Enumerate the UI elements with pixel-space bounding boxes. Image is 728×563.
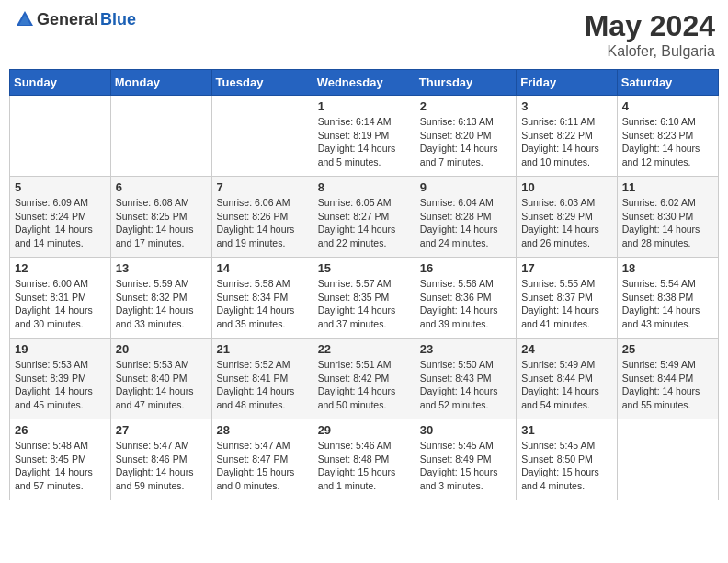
day-info: Sunrise: 6:13 AM Sunset: 8:20 PM Dayligh… bbox=[420, 115, 511, 169]
weekday-header: Sunday bbox=[10, 70, 111, 96]
day-info: Sunrise: 5:49 AM Sunset: 8:44 PM Dayligh… bbox=[521, 358, 612, 412]
calendar-cell: 23Sunrise: 5:50 AM Sunset: 8:43 PM Dayli… bbox=[415, 339, 516, 419]
day-number: 15 bbox=[318, 261, 410, 275]
logo-blue-text: Blue bbox=[100, 10, 136, 29]
calendar-cell bbox=[110, 96, 211, 177]
day-number: 25 bbox=[622, 342, 713, 356]
calendar-cell: 10Sunrise: 6:03 AM Sunset: 8:29 PM Dayli… bbox=[517, 177, 618, 258]
logo: General Blue bbox=[13, 9, 136, 29]
calendar-cell: 7Sunrise: 6:06 AM Sunset: 8:26 PM Daylig… bbox=[211, 177, 313, 258]
day-info: Sunrise: 6:05 AM Sunset: 8:27 PM Dayligh… bbox=[318, 196, 410, 250]
day-info: Sunrise: 5:45 AM Sunset: 8:49 PM Dayligh… bbox=[420, 439, 511, 493]
day-info: Sunrise: 6:00 AM Sunset: 8:31 PM Dayligh… bbox=[15, 277, 106, 331]
day-info: Sunrise: 5:56 AM Sunset: 8:36 PM Dayligh… bbox=[420, 277, 511, 331]
day-info: Sunrise: 6:08 AM Sunset: 8:25 PM Dayligh… bbox=[116, 196, 207, 250]
calendar-cell: 9Sunrise: 6:04 AM Sunset: 8:28 PM Daylig… bbox=[415, 177, 516, 258]
calendar-week-row: 1Sunrise: 6:14 AM Sunset: 8:19 PM Daylig… bbox=[10, 96, 719, 177]
day-info: Sunrise: 5:47 AM Sunset: 8:46 PM Dayligh… bbox=[116, 439, 207, 493]
day-info: Sunrise: 5:52 AM Sunset: 8:41 PM Dayligh… bbox=[217, 358, 308, 412]
calendar-cell: 19Sunrise: 5:53 AM Sunset: 8:39 PM Dayli… bbox=[10, 339, 111, 419]
weekday-header: Friday bbox=[517, 70, 618, 96]
calendar-cell: 24Sunrise: 5:49 AM Sunset: 8:44 PM Dayli… bbox=[517, 339, 618, 419]
calendar-cell: 16Sunrise: 5:56 AM Sunset: 8:36 PM Dayli… bbox=[415, 258, 516, 339]
calendar-cell: 31Sunrise: 5:45 AM Sunset: 8:50 PM Dayli… bbox=[517, 419, 618, 500]
day-info: Sunrise: 5:55 AM Sunset: 8:37 PM Dayligh… bbox=[521, 277, 612, 331]
calendar-cell: 5Sunrise: 6:09 AM Sunset: 8:24 PM Daylig… bbox=[10, 177, 111, 258]
calendar-week-row: 26Sunrise: 5:48 AM Sunset: 8:45 PM Dayli… bbox=[10, 419, 719, 500]
title-area: May 2024 Kalofer, Bulgaria bbox=[585, 9, 715, 60]
weekday-header: Monday bbox=[110, 70, 211, 96]
day-info: Sunrise: 5:50 AM Sunset: 8:43 PM Dayligh… bbox=[420, 358, 511, 412]
day-info: Sunrise: 6:03 AM Sunset: 8:29 PM Dayligh… bbox=[521, 196, 612, 250]
calendar-cell: 6Sunrise: 6:08 AM Sunset: 8:25 PM Daylig… bbox=[110, 177, 211, 258]
day-info: Sunrise: 6:09 AM Sunset: 8:24 PM Dayligh… bbox=[15, 196, 106, 250]
weekday-header: Saturday bbox=[617, 70, 718, 96]
calendar-cell: 30Sunrise: 5:45 AM Sunset: 8:49 PM Dayli… bbox=[415, 419, 516, 500]
day-number: 28 bbox=[217, 423, 308, 437]
calendar-table: SundayMondayTuesdayWednesdayThursdayFrid… bbox=[9, 69, 719, 500]
day-info: Sunrise: 5:57 AM Sunset: 8:35 PM Dayligh… bbox=[318, 277, 410, 331]
day-info: Sunrise: 5:49 AM Sunset: 8:44 PM Dayligh… bbox=[622, 358, 713, 412]
calendar-cell bbox=[10, 96, 111, 177]
day-info: Sunrise: 6:04 AM Sunset: 8:28 PM Dayligh… bbox=[420, 196, 511, 250]
calendar-cell: 14Sunrise: 5:58 AM Sunset: 8:34 PM Dayli… bbox=[211, 258, 313, 339]
day-number: 11 bbox=[622, 180, 713, 194]
calendar-cell: 17Sunrise: 5:55 AM Sunset: 8:37 PM Dayli… bbox=[517, 258, 618, 339]
day-info: Sunrise: 6:02 AM Sunset: 8:30 PM Dayligh… bbox=[622, 196, 713, 250]
calendar-cell: 8Sunrise: 6:05 AM Sunset: 8:27 PM Daylig… bbox=[313, 177, 415, 258]
day-number: 1 bbox=[318, 99, 410, 113]
day-number: 22 bbox=[318, 342, 410, 356]
calendar-cell: 11Sunrise: 6:02 AM Sunset: 8:30 PM Dayli… bbox=[617, 177, 718, 258]
calendar-cell bbox=[617, 419, 718, 500]
day-info: Sunrise: 6:11 AM Sunset: 8:22 PM Dayligh… bbox=[521, 115, 612, 169]
day-info: Sunrise: 5:51 AM Sunset: 8:42 PM Dayligh… bbox=[318, 358, 410, 412]
day-info: Sunrise: 5:53 AM Sunset: 8:39 PM Dayligh… bbox=[15, 358, 106, 412]
weekday-header: Thursday bbox=[415, 70, 516, 96]
day-number: 6 bbox=[116, 180, 207, 194]
day-number: 31 bbox=[521, 423, 612, 437]
day-number: 20 bbox=[116, 342, 207, 356]
calendar-header-row: SundayMondayTuesdayWednesdayThursdayFrid… bbox=[10, 70, 719, 96]
day-number: 2 bbox=[420, 99, 511, 113]
day-info: Sunrise: 5:58 AM Sunset: 8:34 PM Dayligh… bbox=[217, 277, 308, 331]
day-info: Sunrise: 5:47 AM Sunset: 8:47 PM Dayligh… bbox=[217, 439, 308, 493]
day-number: 7 bbox=[217, 180, 308, 194]
day-number: 13 bbox=[116, 261, 207, 275]
day-number: 8 bbox=[318, 180, 410, 194]
calendar-cell: 15Sunrise: 5:57 AM Sunset: 8:35 PM Dayli… bbox=[313, 258, 415, 339]
day-number: 10 bbox=[521, 180, 612, 194]
calendar-week-row: 5Sunrise: 6:09 AM Sunset: 8:24 PM Daylig… bbox=[10, 177, 719, 258]
calendar-cell: 28Sunrise: 5:47 AM Sunset: 8:47 PM Dayli… bbox=[211, 419, 313, 500]
calendar-cell bbox=[211, 96, 313, 177]
day-info: Sunrise: 6:10 AM Sunset: 8:23 PM Dayligh… bbox=[622, 115, 713, 169]
calendar-cell: 2Sunrise: 6:13 AM Sunset: 8:20 PM Daylig… bbox=[415, 96, 516, 177]
day-number: 12 bbox=[15, 261, 106, 275]
day-number: 18 bbox=[622, 261, 713, 275]
calendar-cell: 22Sunrise: 5:51 AM Sunset: 8:42 PM Dayli… bbox=[313, 339, 415, 419]
day-number: 23 bbox=[420, 342, 511, 356]
calendar-cell: 12Sunrise: 6:00 AM Sunset: 8:31 PM Dayli… bbox=[10, 258, 111, 339]
calendar-cell: 29Sunrise: 5:46 AM Sunset: 8:48 PM Dayli… bbox=[313, 419, 415, 500]
day-number: 30 bbox=[420, 423, 511, 437]
day-number: 24 bbox=[521, 342, 612, 356]
calendar-cell: 20Sunrise: 5:53 AM Sunset: 8:40 PM Dayli… bbox=[110, 339, 211, 419]
day-number: 21 bbox=[217, 342, 308, 356]
page-header: General Blue May 2024 Kalofer, Bulgaria bbox=[9, 9, 719, 60]
day-number: 16 bbox=[420, 261, 511, 275]
day-number: 5 bbox=[15, 180, 106, 194]
day-info: Sunrise: 5:46 AM Sunset: 8:48 PM Dayligh… bbox=[318, 439, 410, 493]
calendar-week-row: 19Sunrise: 5:53 AM Sunset: 8:39 PM Dayli… bbox=[10, 339, 719, 419]
day-info: Sunrise: 5:48 AM Sunset: 8:45 PM Dayligh… bbox=[15, 439, 106, 493]
weekday-header: Wednesday bbox=[313, 70, 415, 96]
day-info: Sunrise: 5:45 AM Sunset: 8:50 PM Dayligh… bbox=[521, 439, 612, 493]
day-number: 26 bbox=[15, 423, 106, 437]
month-year-title: May 2024 bbox=[585, 9, 715, 43]
calendar-cell: 1Sunrise: 6:14 AM Sunset: 8:19 PM Daylig… bbox=[313, 96, 415, 177]
day-number: 27 bbox=[116, 423, 207, 437]
day-info: Sunrise: 5:53 AM Sunset: 8:40 PM Dayligh… bbox=[116, 358, 207, 412]
day-number: 3 bbox=[521, 99, 612, 113]
day-info: Sunrise: 6:06 AM Sunset: 8:26 PM Dayligh… bbox=[217, 196, 308, 250]
calendar-cell: 13Sunrise: 5:59 AM Sunset: 8:32 PM Dayli… bbox=[110, 258, 211, 339]
logo-general-text: General bbox=[37, 10, 98, 29]
day-info: Sunrise: 5:54 AM Sunset: 8:38 PM Dayligh… bbox=[622, 277, 713, 331]
